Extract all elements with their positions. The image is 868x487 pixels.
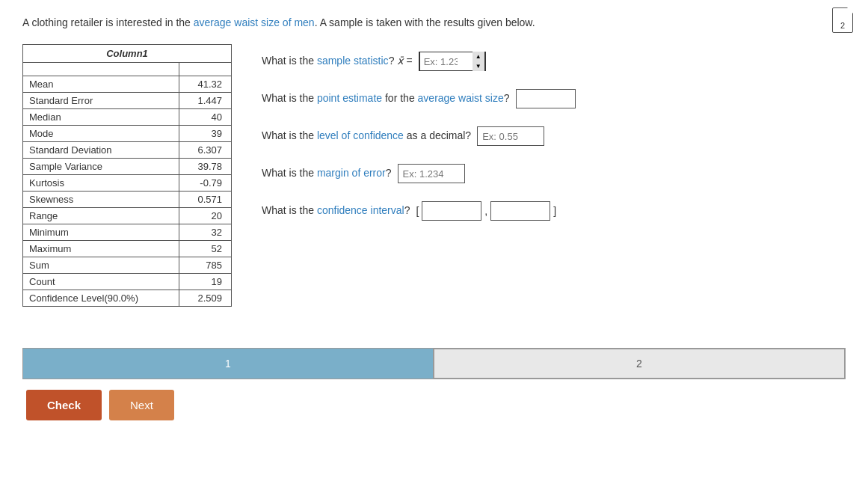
row-label-max: Maximum [23, 241, 179, 257]
close-bracket: ] [553, 205, 556, 217]
open-bracket: [ [416, 205, 419, 217]
row-value-median: 40 [179, 109, 231, 126]
intro-text: A clothing retailer is interested in the… [22, 15, 846, 31]
question-2-text: What is the point estimate for the avera… [262, 91, 510, 106]
table-row-empty [23, 63, 232, 76]
row-value-variance: 39.78 [179, 159, 231, 175]
row-label-mean: Mean [23, 76, 179, 93]
question-4-text: What is the margin of error? [262, 166, 392, 181]
page-number: 2 [840, 21, 845, 30]
row-label-min: Minimum [23, 224, 179, 241]
row-value-skewness: 0.571 [179, 192, 231, 208]
question-5-row: What is the confidence interval? [ , ] [262, 201, 846, 221]
questions-panel: What is the sample statistic? x̄ = ▲ ▼ W… [262, 44, 846, 239]
row-label-sum: Sum [23, 257, 179, 274]
table-row: Sample Variance 39.78 [23, 159, 232, 175]
row-value-max: 52 [179, 241, 231, 257]
question-3-row: What is the level of confidence as a dec… [262, 126, 846, 146]
question-4-row: What is the margin of error? [262, 164, 846, 183]
progress-bar: 1 2 [22, 348, 846, 379]
point-estimate-input[interactable] [516, 89, 576, 108]
confidence-interval-inputs: [ , ] [416, 201, 556, 221]
spinner-up-btn[interactable]: ▲ [473, 52, 484, 61]
progress-segment-2[interactable]: 2 [434, 349, 845, 379]
progress-label-1: 1 [225, 358, 231, 370]
stats-table-container: Column1 Mean 41.32 Standard Error 1.447 [22, 44, 232, 307]
question-2-row: What is the point estimate for the avera… [262, 89, 846, 108]
stats-table: Column1 Mean 41.32 Standard Error 1.447 [22, 44, 232, 307]
row-label-range: Range [23, 208, 179, 224]
row-label-confidence: Confidence Level(90.0%) [23, 290, 179, 307]
sample-statistic-input-wrapper[interactable]: ▲ ▼ [419, 52, 486, 71]
progress-label-2: 2 [636, 358, 642, 370]
table-row: Skewness 0.571 [23, 192, 232, 208]
row-value-confidence: 2.509 [179, 290, 231, 307]
row-value-stdev: 6.307 [179, 142, 231, 159]
main-content: Column1 Mean 41.32 Standard Error 1.447 [22, 44, 846, 307]
table-row: Count 19 [23, 274, 232, 290]
comma-separator: , [484, 205, 487, 217]
question-5-text: What is the confidence interval? [262, 203, 410, 218]
table-row: Standard Deviation 6.307 [23, 142, 232, 159]
table-row: Mean 41.32 [23, 76, 232, 93]
question-3-text: What is the level of confidence as a dec… [262, 129, 471, 144]
table-row: Kurtosis -0.79 [23, 175, 232, 192]
row-value-min: 32 [179, 224, 231, 241]
margin-of-error-input[interactable] [398, 164, 465, 183]
table-row: Mode 39 [23, 126, 232, 142]
spinner-buttons: ▲ ▼ [473, 52, 484, 71]
row-label-mode: Mode [23, 126, 179, 142]
table-row: Minimum 32 [23, 224, 232, 241]
row-value-mean: 41.32 [179, 76, 231, 93]
row-value-se: 1.447 [179, 93, 231, 109]
confidence-level-input[interactable] [477, 126, 544, 146]
row-label-variance: Sample Variance [23, 159, 179, 175]
table-row: Range 20 [23, 208, 232, 224]
row-label-se: Standard Error [23, 93, 179, 109]
table-row: Sum 785 [23, 257, 232, 274]
spinner-down-btn[interactable]: ▼ [473, 61, 484, 71]
table-row: Confidence Level(90.0%) 2.509 [23, 290, 232, 307]
sample-statistic-input[interactable] [420, 52, 473, 70]
table-row: Maximum 52 [23, 241, 232, 257]
row-value-sum: 785 [179, 257, 231, 274]
question-1-row: What is the sample statistic? x̄ = ▲ ▼ [262, 52, 846, 71]
row-label-median: Median [23, 109, 179, 126]
confidence-interval-lower[interactable] [422, 201, 481, 221]
row-label-stdev: Standard Deviation [23, 142, 179, 159]
page-badge: 2 [832, 7, 853, 33]
intro-highlight: average waist size of men [194, 16, 315, 28]
table-header: Column1 [23, 45, 232, 63]
row-value-count: 19 [179, 274, 231, 290]
row-value-range: 20 [179, 208, 231, 224]
bottom-nav: 1 2 Check Next [22, 348, 846, 428]
action-buttons: Check Next [22, 390, 846, 428]
next-button[interactable]: Next [109, 390, 174, 420]
check-button[interactable]: Check [26, 390, 102, 420]
row-label-kurtosis: Kurtosis [23, 175, 179, 192]
progress-segment-1[interactable]: 1 [23, 349, 434, 379]
table-row: Standard Error 1.447 [23, 93, 232, 109]
row-value-kurtosis: -0.79 [179, 175, 231, 192]
table-row: Median 40 [23, 109, 232, 126]
row-label-count: Count [23, 274, 179, 290]
row-value-mode: 39 [179, 126, 231, 142]
confidence-interval-upper[interactable] [490, 201, 550, 221]
question-1-text: What is the sample statistic? x̄ = [262, 54, 413, 69]
row-label-skewness: Skewness [23, 192, 179, 208]
